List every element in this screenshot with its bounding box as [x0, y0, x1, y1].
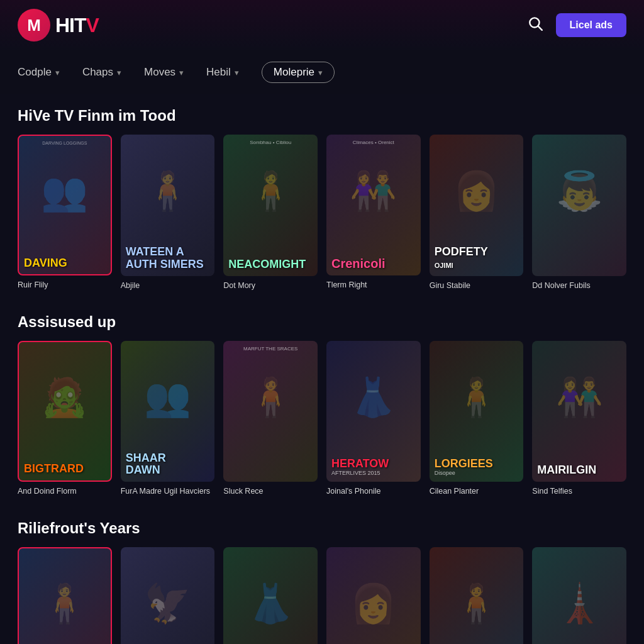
licel-ads-button[interactable]: Licel ads [556, 13, 626, 37]
main-content: HiVe TV Finm im Tood DARVING LOGGINGS 👥 … [0, 94, 644, 644]
chevron-down-icon: ▾ [235, 68, 239, 77]
movie-title: Dot Mory [223, 280, 318, 291]
movie-title: Dd Nolver Fubils [532, 280, 626, 291]
movie-poster: Sombhau • Cibliou 🧍 NEACOMIGHT [223, 135, 318, 276]
nav-item-moleprie[interactable]: Moleprie ▾ [262, 62, 335, 83]
nav-item-codple[interactable]: Codple ▾ [18, 66, 60, 79]
section-assisused: Assisused up 🧟 BIGTRARD And Doind Florm … [18, 313, 626, 497]
section-riliefrout: Riliefrout's Years 🧍 ROWEMFAD Huer Siete… [18, 519, 626, 645]
movie-poster: Climaces • Orenict 👫 Crenicoli [326, 135, 421, 275]
movie-card[interactable]: 🧍 ROWEMFAD Huer Siete 😐 [18, 547, 112, 645]
logo-area: M HITV [18, 9, 99, 42]
movie-poster: 🦅 MAJIONI [121, 547, 215, 645]
movie-title: Giru Stabile [430, 280, 524, 291]
movie-poster: 🧟 BIGTRARD [18, 341, 112, 482]
movie-card[interactable]: Climaces • Orenict 👫 Crenicoli Tlerm Rig… [326, 135, 421, 291]
movie-poster: 👥 SHAARDAWN [121, 341, 215, 482]
movie-card[interactable]: 👩 PODFETYOJIMI Giru Stabile [430, 135, 524, 291]
nav-item-moves[interactable]: Moves ▾ [144, 66, 184, 79]
chevron-down-icon: ▾ [55, 68, 60, 77]
movie-title: Tlerm Right [326, 280, 421, 290]
search-button[interactable] [527, 15, 543, 35]
movie-poster: MARFUT THE SRACES 🧍 [223, 341, 318, 482]
movie-poster: 🧍 WATEEN AAUTH SIMERS [121, 135, 215, 276]
movie-card[interactable]: 👩 ANOTRO Line Joib [326, 547, 421, 645]
movie-poster: 👗 DARANAS [223, 547, 318, 645]
movie-card[interactable]: 👼 Dd Nolver Fubils [532, 135, 626, 291]
movie-title: Ruir Flily [18, 280, 112, 290]
movie-card[interactable]: 🧍 ELITE BACKDO The Felins [430, 547, 524, 645]
movie-title: Joinal's Phonile [326, 486, 421, 496]
nav-item-chaps[interactable]: Chaps ▾ [82, 66, 121, 79]
movie-poster: 🗼 TIDNI ELFIS [532, 547, 626, 645]
movie-card[interactable]: 🧍 WATEEN AAUTH SIMERS Abjile [121, 135, 215, 291]
movie-title: Cilean Planter [430, 486, 524, 496]
movie-card[interactable]: 👫 MAIRILGIN Sind Telfies [532, 341, 626, 497]
movie-title: Abjile [121, 280, 215, 291]
movie-poster: 🧍 ELITE BACKDO [430, 547, 524, 645]
movie-poster: 🧍 ROWEMFAD [18, 547, 112, 645]
chevron-down-icon: ▾ [179, 68, 184, 77]
svg-line-1 [538, 26, 541, 30]
movie-card[interactable]: 🗼 TIDNI ELFIS Elct Taro [532, 547, 626, 645]
movies-grid-2: 🧟 BIGTRARD And Doind Florm 👥 SHAARDAWN F… [18, 341, 626, 497]
movie-title: And Doind Florm [18, 486, 112, 496]
section-title-1: HiVe TV Finm im Tood [18, 107, 626, 125]
nav-item-hebil[interactable]: Hebil ▾ [206, 66, 239, 79]
movie-poster: 👩 PODFETYOJIMI [430, 135, 524, 276]
movie-card[interactable]: 👥 SHAARDAWN FurA Madre Ugil Havciers [121, 341, 215, 497]
movie-card[interactable]: DARVING LOGGINGS 👥 DAVING Ruir Flily [18, 135, 112, 291]
movie-poster: DARVING LOGGINGS 👥 DAVING [18, 135, 112, 275]
movie-title: FurA Madre Ugil Havciers [121, 486, 215, 496]
movie-title: Sind Telfies [532, 486, 626, 496]
chevron-down-icon: ▾ [117, 68, 121, 77]
movie-card[interactable]: 🧟 BIGTRARD And Doind Florm [18, 341, 112, 497]
logo-icon: M [18, 9, 50, 42]
section-title-2: Assisused up [18, 313, 626, 331]
section-title-3: Riliefrout's Years [18, 519, 626, 537]
movies-grid-1: DARVING LOGGINGS 👥 DAVING Ruir Flily 🧍 W… [18, 135, 626, 291]
chevron-down-icon: ▾ [318, 68, 323, 77]
movie-poster: 👫 MAIRILGIN [532, 341, 626, 482]
movie-poster: 👩 ANOTRO [326, 547, 421, 645]
movie-poster: 👗 HERATOW AFTERLIVES 2015 [326, 341, 421, 482]
movie-poster: 🧍 LORGIEES Disopee [430, 341, 524, 482]
movie-card[interactable]: 👗 DARANAS Stur Fonns [223, 547, 318, 645]
header: M HITV Licel ads [0, 0, 644, 50]
header-right: Licel ads [527, 13, 626, 37]
movie-card[interactable]: 🧍 LORGIEES Disopee Cilean Planter [430, 341, 524, 497]
movie-card[interactable]: 👗 HERATOW AFTERLIVES 2015 Joinal's Phoni… [326, 341, 421, 497]
navigation: Codple ▾ Chaps ▾ Moves ▾ Hebil ▾ Molepri… [0, 50, 644, 94]
movie-card[interactable]: 🦅 MAJIONI Violet Tue [121, 547, 215, 645]
movies-grid-3: 🧍 ROWEMFAD Huer Siete 😐 🦅 MAJIONI Violet… [18, 547, 626, 645]
movie-card[interactable]: Sombhau • Cibliou 🧍 NEACOMIGHT Dot Mory [223, 135, 318, 291]
movie-title: Sluck Rece [223, 486, 318, 496]
movie-poster: 👼 [532, 135, 626, 276]
movie-card[interactable]: MARFUT THE SRACES 🧍 Sluck Rece [223, 341, 318, 497]
section-hive-tv: HiVe TV Finm im Tood DARVING LOGGINGS 👥 … [18, 107, 626, 291]
logo-text: HITV [55, 14, 99, 37]
